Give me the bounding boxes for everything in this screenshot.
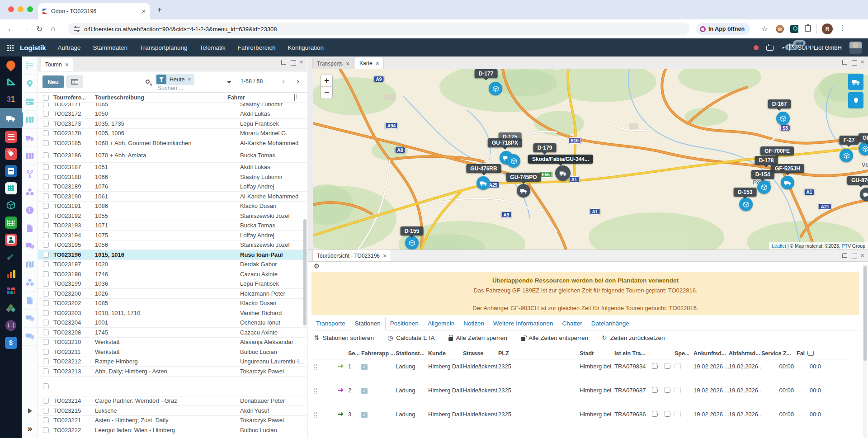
stations-col-3[interactable]: Fahrerapp ...: [361, 350, 396, 357]
toolbar-sort-button[interactable]: ⇅Stationen sortieren: [314, 334, 374, 341]
rail-item-pin[interactable]: [22, 75, 38, 93]
list-view-toggle[interactable]: [66, 75, 83, 88]
map-label[interactable]: D-177: [475, 69, 498, 78]
toolbar-clock-button[interactable]: ◷Calculate ETA: [387, 334, 435, 341]
tab-close-icon[interactable]: ×: [346, 61, 349, 67]
rail-item-truck[interactable]: [22, 129, 38, 147]
tour-row[interactable]: TO0232081745Cazacu Axinte: [38, 328, 307, 338]
panel-close-icon[interactable]: ×: [860, 60, 864, 65]
sperren-checkbox[interactable]: [675, 387, 681, 393]
map-label[interactable]: GF-525JH: [771, 164, 804, 173]
monkey-extension-icon[interactable]: [776, 25, 784, 33]
detail-tab-transporte[interactable]: Transporte: [311, 317, 350, 330]
external-link-icon[interactable]: [665, 363, 670, 369]
zoom-in-button[interactable]: +: [321, 75, 332, 87]
dock-app-calculator[interactable]: [0, 179, 22, 197]
dock-app-sheet-green[interactable]: [0, 214, 22, 231]
map-marker-truck[interactable]: [517, 184, 530, 198]
user-avatar[interactable]: [849, 42, 862, 54]
panel-restore-icon[interactable]: [842, 60, 847, 65]
dock-app-list-red[interactable]: [0, 128, 22, 145]
tab-close-icon[interactable]: ×: [65, 61, 69, 68]
tour-row[interactable]: TO0231971020Derdak Gabor: [38, 260, 307, 270]
row-checkbox[interactable]: [43, 174, 49, 180]
browser-tab[interactable]: Odoo - TO023196 ×: [38, 3, 150, 19]
new-tab-button[interactable]: +: [157, 5, 162, 14]
tour-row[interactable]: TO0231991036Lopu Frantisek: [38, 279, 307, 289]
stations-col-10[interactable]: Ist ein Tra...: [614, 350, 652, 357]
stations-col-6[interactable]: Strasse: [463, 350, 498, 357]
row-checkbox[interactable]: [43, 261, 49, 267]
row-checkbox[interactable]: [43, 140, 49, 146]
browser-menu-icon[interactable]: ⋮: [839, 24, 846, 32]
print-icon[interactable]: [766, 46, 774, 51]
extensions-puzzle-icon[interactable]: [805, 25, 811, 32]
map-marker-cube[interactable]: [739, 198, 753, 211]
tour-row[interactable]: TO023212Rampe HimbergUngureanu Laurentiu…: [38, 357, 307, 367]
map-stations-button[interactable]: [848, 92, 863, 108]
tab-close-icon[interactable]: ×: [376, 60, 379, 66]
map-marker-cube[interactable]: [405, 236, 419, 250]
map-label[interactable]: Skoda/Fabia/GU-344...: [528, 155, 593, 164]
detail-tab-dateianhänge[interactable]: Dateianhänge: [587, 317, 634, 330]
leaflet-map[interactable]: A9A94A8A25A9A1A1A1A21S10S5E55PöltenVöD-1…: [313, 69, 868, 250]
filter-chip-remove-icon[interactable]: ×: [188, 77, 191, 82]
dock-app-bar-chart[interactable]: [0, 265, 22, 283]
row-checkbox[interactable]: [43, 398, 49, 404]
menu-transportplanung[interactable]: Transportplanung: [140, 44, 187, 51]
detail-tab-chatter[interactable]: Chatter: [558, 317, 587, 330]
row-checkbox[interactable]: [43, 339, 49, 345]
row-checkbox[interactable]: [43, 368, 49, 374]
column-options-icon[interactable]: [807, 351, 814, 356]
address-bar[interactable]: o4l.foerster.co.at/web#action=904&cids=4…: [68, 23, 689, 35]
menu-stammdaten[interactable]: Stammdaten: [93, 44, 128, 51]
expand-play-icon[interactable]: [28, 408, 32, 414]
tour-row[interactable]: TO0231731035, 1735Lopu Frantisek: [38, 119, 307, 129]
col-tourreferenz[interactable]: Tourrefere...: [53, 94, 95, 101]
menu-aufträge[interactable]: Aufträge: [58, 44, 81, 51]
map-label[interactable]: D-178: [755, 156, 778, 165]
map-label[interactable]: GU-476RB: [466, 164, 501, 173]
map-label[interactable]: D-155: [401, 226, 424, 235]
tour-row[interactable]: TO023222Leergut laden: Wien - HimbergBul…: [38, 425, 307, 435]
external-link-icon[interactable]: [665, 387, 670, 393]
search-input[interactable]: Suchen ...: [157, 85, 184, 91]
menu-telematik[interactable]: Telematik: [199, 44, 225, 51]
row-checkbox[interactable]: [43, 103, 49, 107]
tour-row[interactable]: TO0231721050Akdil Lukas: [38, 109, 307, 119]
rail-item-map[interactable]: [22, 255, 38, 273]
station-row[interactable]: ⣿1✓LadungHimberg Dail...Haideäckerst...2…: [313, 359, 851, 383]
dock-app-color-blocks[interactable]: [0, 283, 22, 300]
rail-item-rows[interactable]: [22, 93, 38, 111]
stations-col-7[interactable]: PLZ: [498, 350, 524, 357]
dock-app-target-purple[interactable]: [0, 317, 22, 334]
tour-row[interactable]: TO0231871051Akdil Lukas: [38, 163, 307, 173]
sperren-checkbox[interactable]: [675, 363, 681, 369]
pager-prev-button[interactable]: ‹: [278, 75, 289, 88]
drag-handle-icon[interactable]: ⣿: [313, 363, 317, 370]
tour-row[interactable]: TO023213Abh. Daily; Himberg - AstenTokar…: [38, 367, 307, 377]
stations-col-17[interactable]: Fal: [797, 350, 824, 357]
rail-item-map[interactable]: [22, 147, 38, 165]
fahrerapp-checkbox[interactable]: ✓: [361, 388, 368, 394]
panel-close-icon[interactable]: ×: [860, 253, 864, 258]
row-checkbox[interactable]: [43, 300, 49, 306]
tour-row[interactable]: TO0231881066Stastny Lubomir: [38, 172, 307, 182]
collapse-chevrons-icon[interactable]: »: [22, 424, 38, 433]
map-marker-cube[interactable]: [507, 154, 520, 168]
dock-app-compass[interactable]: [0, 74, 22, 91]
macos-close-button[interactable]: [8, 6, 14, 12]
row-checkbox[interactable]: [43, 130, 49, 136]
open-in-app-button[interactable]: In App öffnen: [696, 23, 750, 35]
drag-handle-icon[interactable]: ⣿: [313, 387, 317, 394]
row-checkbox[interactable]: [43, 271, 49, 277]
map-marker-cube[interactable]: [840, 149, 853, 162]
row-checkbox[interactable]: [43, 121, 49, 127]
station-row[interactable]: ⣿3✓LadungHimberg Dail...Haideäckerst...2…: [313, 407, 851, 431]
row-checkbox[interactable]: [43, 427, 49, 433]
apps-grid-icon[interactable]: [7, 44, 14, 51]
col-tourbeschreibung[interactable]: Tourbeschreibung: [95, 94, 227, 101]
stations-col-4[interactable]: Stationst...: [396, 350, 428, 357]
rail-item-chat[interactable]: [22, 310, 38, 328]
panel-maximize-icon[interactable]: [290, 60, 295, 65]
